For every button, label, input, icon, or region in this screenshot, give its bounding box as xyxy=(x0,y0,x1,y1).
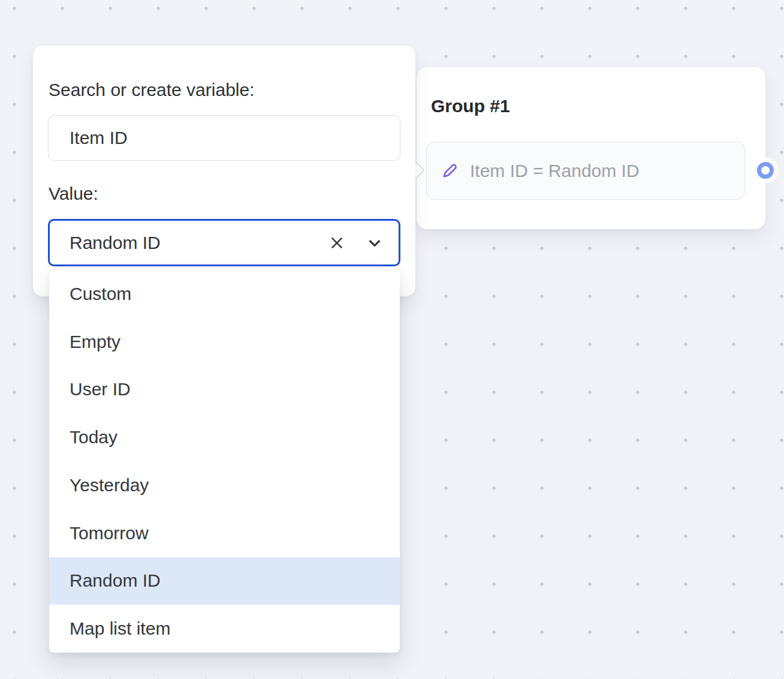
chevron-down-icon xyxy=(366,234,384,252)
group-card[interactable]: Group #1 Item ID = Random ID xyxy=(417,67,765,229)
variable-editor-popup: Search or create variable: Value: Random… xyxy=(33,46,415,296)
value-label: Value: xyxy=(49,182,98,205)
clear-icon xyxy=(329,235,345,251)
group-title: Group #1 xyxy=(431,95,510,118)
option-random-id[interactable]: Random ID xyxy=(49,557,400,605)
group-field-text: Item ID = Random ID xyxy=(470,160,640,182)
option-tomorrow[interactable]: Tomorrow xyxy=(49,509,400,557)
group-field[interactable]: Item ID = Random ID xyxy=(426,142,745,200)
search-variable-label: Search or create variable: xyxy=(49,79,255,101)
value-combobox-value: Random ID xyxy=(70,233,161,253)
open-dropdown-button[interactable] xyxy=(366,231,384,255)
variable-name-input[interactable] xyxy=(48,115,400,161)
option-custom[interactable]: Custom xyxy=(49,270,400,318)
value-combobox[interactable]: Random ID xyxy=(48,219,400,266)
value-options-list: CustomEmptyUser IDTodayYesterdayTomorrow… xyxy=(49,270,400,653)
option-yesterday[interactable]: Yesterday xyxy=(49,461,400,509)
pencil-icon xyxy=(441,162,459,179)
clear-button[interactable] xyxy=(328,231,346,255)
connector-port[interactable] xyxy=(752,157,779,184)
connector-ring-icon xyxy=(757,162,774,179)
canvas[interactable]: { "colors": { "canvas_bg": "#f1f3f8", "d… xyxy=(0,0,784,679)
option-map-list-item[interactable]: Map list item xyxy=(49,605,400,653)
option-empty[interactable]: Empty xyxy=(49,318,400,366)
option-user-id[interactable]: User ID xyxy=(49,366,400,414)
option-today[interactable]: Today xyxy=(49,413,400,461)
